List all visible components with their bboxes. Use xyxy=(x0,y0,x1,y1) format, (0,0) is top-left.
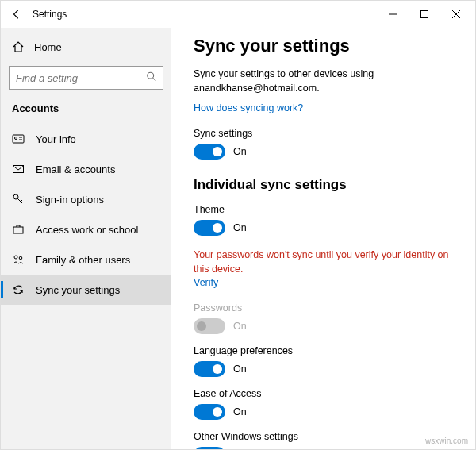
sidebar-item-label: Email & accounts xyxy=(36,163,115,175)
sidebar-item-signin-options[interactable]: Sign-in options xyxy=(1,184,171,214)
search-input[interactable] xyxy=(9,66,163,90)
sync-description: Sync your settings to other devices usin… xyxy=(194,67,453,95)
back-button[interactable] xyxy=(4,2,29,27)
people-icon xyxy=(12,253,25,266)
home-label: Home xyxy=(34,41,62,53)
ease-label: Ease of Access xyxy=(194,388,453,399)
mail-icon xyxy=(12,163,25,175)
sidebar-item-sync-settings[interactable]: Sync your settings xyxy=(1,275,171,305)
sync-icon xyxy=(12,283,25,296)
svg-point-12 xyxy=(19,256,22,260)
svg-rect-4 xyxy=(13,135,24,143)
svg-rect-1 xyxy=(421,11,428,18)
help-link[interactable]: How does syncing work? xyxy=(194,102,303,113)
minimize-button[interactable] xyxy=(377,2,409,27)
theme-state: On xyxy=(233,222,247,233)
sidebar-item-family-users[interactable]: Family & other users xyxy=(1,244,171,275)
close-button[interactable] xyxy=(440,2,472,27)
search-icon xyxy=(146,71,157,85)
briefcase-icon xyxy=(12,223,25,236)
svg-point-11 xyxy=(14,256,17,259)
titlebar: Settings xyxy=(1,1,475,28)
language-label: Language preferences xyxy=(194,345,453,356)
window-title: Settings xyxy=(33,9,67,20)
passwords-toggle xyxy=(194,318,225,334)
other-toggle[interactable] xyxy=(194,447,225,449)
person-card-icon xyxy=(12,133,25,145)
maximize-button[interactable] xyxy=(409,2,440,27)
home-nav[interactable]: Home xyxy=(1,33,171,61)
passwords-state: On xyxy=(233,321,247,332)
theme-label: Theme xyxy=(194,204,453,215)
svg-point-5 xyxy=(15,137,17,140)
sync-settings-label: Sync settings xyxy=(194,128,453,139)
sidebar-item-label: Sync your settings xyxy=(36,284,120,296)
svg-line-3 xyxy=(153,78,156,81)
svg-rect-10 xyxy=(13,227,23,233)
search-container xyxy=(9,66,163,90)
settings-window: Settings Home Account xyxy=(0,0,476,450)
language-toggle[interactable] xyxy=(194,361,225,377)
passwords-label: Passwords xyxy=(194,302,453,313)
watermark: wsxwin.com xyxy=(425,437,468,445)
sync-settings-toggle[interactable] xyxy=(194,144,225,160)
ease-toggle[interactable] xyxy=(194,404,225,420)
svg-rect-8 xyxy=(13,166,24,173)
home-icon xyxy=(12,40,25,53)
ease-state: On xyxy=(233,406,247,417)
page-title: Sync your settings xyxy=(194,36,453,56)
sidebar-item-label: Sign-in options xyxy=(36,194,104,206)
sidebar: Home Accounts Your info Email & acco xyxy=(1,28,171,449)
individual-heading: Individual sync settings xyxy=(194,177,453,193)
svg-point-2 xyxy=(148,72,154,79)
sidebar-item-label: Access work or school xyxy=(36,224,138,236)
password-warning: Your passwords won't sync until you veri… xyxy=(194,248,453,276)
other-label: Other Windows settings xyxy=(194,431,453,442)
sidebar-item-access-work-school[interactable]: Access work or school xyxy=(1,214,171,244)
verify-link[interactable]: Verify xyxy=(194,277,218,288)
category-heading: Accounts xyxy=(1,99,171,124)
theme-toggle[interactable] xyxy=(194,220,225,236)
content-pane: Sync your settings Sync your settings to… xyxy=(171,28,475,449)
language-state: On xyxy=(233,363,247,375)
sidebar-item-label: Family & other users xyxy=(36,254,130,266)
sidebar-item-label: Your info xyxy=(36,133,76,145)
sync-settings-state: On xyxy=(233,146,247,157)
sidebar-item-email-accounts[interactable]: Email & accounts xyxy=(1,154,171,184)
key-icon xyxy=(12,193,25,206)
sidebar-item-your-info[interactable]: Your info xyxy=(1,124,171,154)
